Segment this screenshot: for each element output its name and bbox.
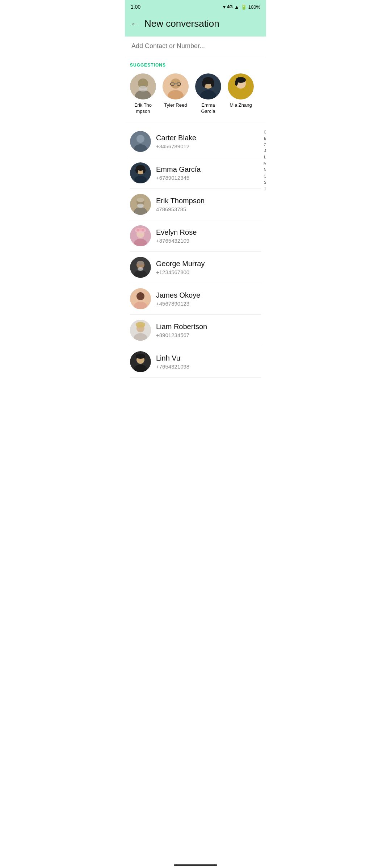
contact-info-liam-robertson: Liam Robertson +8901234567 [156, 322, 261, 338]
contact-phone: +8765432109 [156, 238, 261, 244]
contact-phone: +6789012345 [156, 175, 261, 181]
contact-info-erik-thompson: Erik Thompson 4786953785 [156, 196, 261, 212]
suggestion-avatar-mia-zhang [228, 73, 254, 99]
alpha-G[interactable]: G [264, 142, 266, 148]
suggestion-item-erik-thompson[interactable]: Erik Tho mpson [130, 73, 156, 115]
contact-avatar-james-okoye [130, 288, 151, 309]
battery-percent: 100% [248, 4, 260, 10]
suggestion-name-emma-garcia: Emma García [195, 102, 221, 115]
contact-name: Emma García [156, 165, 261, 174]
status-bar: 1:00 ▾ 4G ▲ 🔋 100% [125, 0, 266, 13]
contact-name: George Murray [156, 259, 261, 268]
svg-point-48 [136, 292, 144, 300]
alpha-L[interactable]: L [264, 154, 266, 160]
contact-phone: +8901234567 [156, 332, 261, 338]
contact-item-evelyn-rose[interactable]: Evelyn Rose +8765432109 [130, 220, 261, 252]
suggestion-avatar-tyler-reed [163, 73, 189, 99]
search-bar [125, 37, 266, 56]
contact-avatar-linh-vu [130, 351, 151, 372]
contact-list: Carter Blake +3456789012 Emma García +67… [125, 126, 266, 378]
contact-item-carter-blake[interactable]: Carter Blake +3456789012 [130, 126, 261, 157]
suggestion-item-emma-garcia[interactable]: Emma García [195, 73, 221, 115]
alpha-T[interactable]: T [264, 186, 266, 191]
contact-name: James Okoye [156, 290, 261, 300]
contact-item-linh-vu[interactable]: Linh Vu +7654321098 [130, 346, 261, 378]
contact-avatar-liam-robertson [130, 320, 151, 341]
svg-point-46 [137, 261, 144, 265]
svg-point-45 [138, 267, 143, 271]
status-time: 1:00 [131, 4, 140, 10]
suggestions-row: Erik Tho mpson Tyler Reed [130, 73, 261, 115]
signal-icon: ▲ [234, 4, 239, 10]
contact-phone: +4567890123 [156, 301, 261, 307]
alphabet-index: C E G J L M N O S T [264, 126, 266, 195]
section-divider [125, 122, 266, 122]
back-button[interactable]: ← [131, 20, 139, 28]
contact-phone: +3456789012 [156, 143, 261, 149]
battery-icon: 🔋 [241, 4, 247, 10]
contact-item-erik-thompson[interactable]: Erik Thompson 4786953785 [130, 189, 261, 220]
svg-point-40 [139, 228, 142, 231]
contact-avatar-evelyn-rose [130, 225, 151, 246]
contact-info-emma-garcia: Emma García +6789012345 [156, 165, 261, 181]
contact-avatar-emma-garcia [130, 162, 151, 183]
svg-point-3 [139, 86, 147, 92]
contact-name: Carter Blake [156, 133, 261, 142]
suggestions-section: SUGGESTIONS Erik Tho mpson [125, 56, 266, 118]
header: ← New conversation [125, 13, 266, 37]
svg-point-39 [136, 229, 139, 231]
contact-name: Erik Thompson [156, 196, 261, 205]
contact-info-george-murray: George Murray +1234567800 [156, 259, 261, 275]
contact-info-james-okoye: James Okoye +4567890123 [156, 290, 261, 307]
network-4g: 4G [227, 4, 233, 9]
contact-avatar-carter-blake [130, 131, 151, 152]
svg-point-53 [136, 322, 145, 328]
contact-item-emma-garcia[interactable]: Emma García +6789012345 [130, 157, 261, 189]
page-title: New conversation [144, 18, 219, 29]
contact-name: Evelyn Rose [156, 227, 261, 237]
svg-point-34 [137, 198, 144, 202]
contact-item-james-okoye[interactable]: James Okoye +4567890123 [130, 283, 261, 315]
suggestion-name-tyler-reed: Tyler Reed [164, 102, 187, 109]
suggestion-name-erik-thompson: Erik Tho mpson [130, 102, 156, 115]
suggestions-label: SUGGESTIONS [130, 63, 261, 68]
contact-item-liam-robertson[interactable]: Liam Robertson +8901234567 [130, 315, 261, 346]
svg-point-33 [137, 204, 144, 208]
alpha-O[interactable]: O [264, 174, 266, 179]
alpha-S[interactable]: S [264, 180, 266, 185]
contact-avatar-erik-thompson [130, 194, 151, 215]
contact-phone: 4786953785 [156, 206, 261, 212]
search-input[interactable] [131, 42, 260, 50]
svg-point-28 [135, 167, 138, 173]
svg-point-29 [143, 167, 146, 173]
suggestion-item-tyler-reed[interactable]: Tyler Reed [163, 73, 189, 115]
alpha-E[interactable]: E [264, 136, 266, 141]
alpha-M[interactable]: M [264, 161, 266, 166]
contact-avatar-george-murray [130, 257, 151, 278]
suggestion-avatar-erik-thompson [130, 73, 156, 99]
alpha-C[interactable]: C [264, 129, 266, 135]
alpha-N[interactable]: N [264, 167, 266, 173]
suggestion-item-mia-zhang[interactable]: Mia Zhang [228, 73, 254, 115]
contact-info-carter-blake: Carter Blake +3456789012 [156, 133, 261, 149]
contact-info-linh-vu: Linh Vu +7654321098 [156, 353, 261, 370]
svg-point-57 [136, 354, 145, 359]
svg-point-22 [136, 135, 144, 143]
contact-info-evelyn-rose: Evelyn Rose +8765432109 [156, 227, 261, 244]
status-icons: ▾ 4G ▲ 🔋 100% [223, 4, 260, 10]
contact-name: Liam Robertson [156, 322, 261, 331]
svg-point-15 [211, 80, 214, 87]
contact-item-george-murray[interactable]: George Murray +1234567800 [130, 252, 261, 283]
svg-point-14 [202, 80, 206, 87]
contact-phone: +7654321098 [156, 363, 261, 370]
suggestion-avatar-emma-garcia [195, 73, 221, 99]
suggestion-name-mia-zhang: Mia Zhang [230, 102, 252, 109]
svg-point-41 [142, 229, 144, 231]
contact-phone: +1234567800 [156, 269, 261, 275]
svg-point-5 [171, 78, 181, 89]
svg-point-20 [235, 80, 238, 86]
contact-name: Linh Vu [156, 353, 261, 363]
alpha-J[interactable]: J [264, 148, 266, 154]
wifi-icon: ▾ [223, 4, 226, 10]
